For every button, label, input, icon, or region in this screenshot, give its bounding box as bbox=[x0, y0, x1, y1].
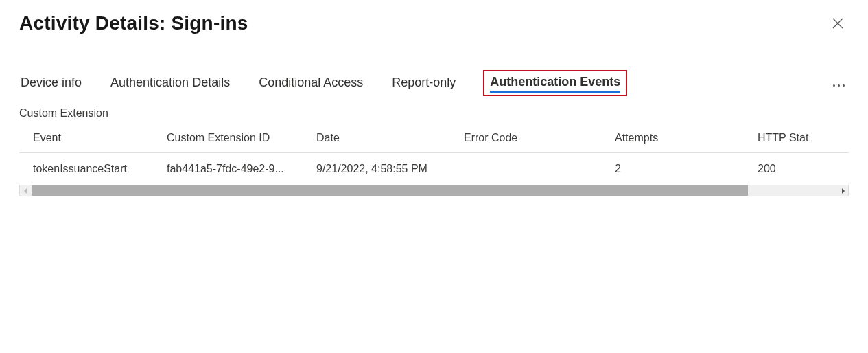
close-icon bbox=[832, 18, 843, 29]
cell-event: tokenIssuanceStart bbox=[19, 163, 167, 175]
svg-marker-3 bbox=[842, 188, 845, 194]
events-table: Event Custom Extension ID Date Error Cod… bbox=[19, 125, 849, 196]
page-title: Activity Details: Sign-ins bbox=[19, 12, 248, 34]
tab-report-only[interactable]: Report-only bbox=[390, 74, 457, 96]
horizontal-scrollbar[interactable] bbox=[19, 185, 849, 196]
section-label: Custom Extension bbox=[19, 107, 849, 119]
table-row[interactable]: tokenIssuanceStart fab441a5-7fdc-49e2-9.… bbox=[19, 153, 849, 185]
cell-extension-id: fab441a5-7fdc-49e2-9... bbox=[167, 163, 316, 175]
tab-highlight-box: Authentication Events bbox=[483, 70, 627, 96]
col-header-attempts[interactable]: Attempts bbox=[615, 132, 758, 144]
cell-error-code bbox=[464, 163, 615, 175]
scrollbar-track[interactable] bbox=[32, 185, 836, 196]
tab-authentication-events[interactable]: Authentication Events bbox=[490, 75, 620, 89]
table-header: Event Custom Extension ID Date Error Cod… bbox=[19, 125, 849, 153]
close-button[interactable] bbox=[827, 12, 849, 34]
col-header-date[interactable]: Date bbox=[316, 132, 464, 144]
col-header-extension-id[interactable]: Custom Extension ID bbox=[167, 132, 316, 144]
col-header-error-code[interactable]: Error Code bbox=[464, 132, 615, 144]
cell-date: 9/21/2022, 4:58:55 PM bbox=[316, 163, 464, 175]
dot-icon bbox=[843, 84, 845, 87]
tab-active-underline bbox=[490, 91, 620, 93]
cell-http-status: 200 bbox=[758, 163, 826, 175]
dot-icon bbox=[833, 84, 835, 87]
tab-label: Authentication Events bbox=[490, 75, 620, 89]
tab-conditional-access[interactable]: Conditional Access bbox=[257, 74, 364, 96]
tab-authentication-details[interactable]: Authentication Details bbox=[109, 74, 231, 96]
scroll-left-button bbox=[20, 185, 32, 196]
scroll-right-button[interactable] bbox=[836, 185, 848, 196]
scrollbar-thumb[interactable] bbox=[32, 185, 748, 196]
chevron-left-icon bbox=[23, 188, 29, 194]
chevron-right-icon bbox=[840, 188, 845, 194]
svg-marker-2 bbox=[24, 188, 27, 194]
more-tabs-button[interactable] bbox=[829, 80, 849, 91]
tab-list: Device info Authentication Details Condi… bbox=[19, 74, 627, 96]
tab-device-info[interactable]: Device info bbox=[19, 74, 83, 96]
cell-attempts: 2 bbox=[615, 163, 758, 175]
dot-icon bbox=[838, 84, 840, 87]
col-header-event[interactable]: Event bbox=[19, 132, 167, 144]
col-header-http-status[interactable]: HTTP Stat bbox=[758, 132, 826, 144]
